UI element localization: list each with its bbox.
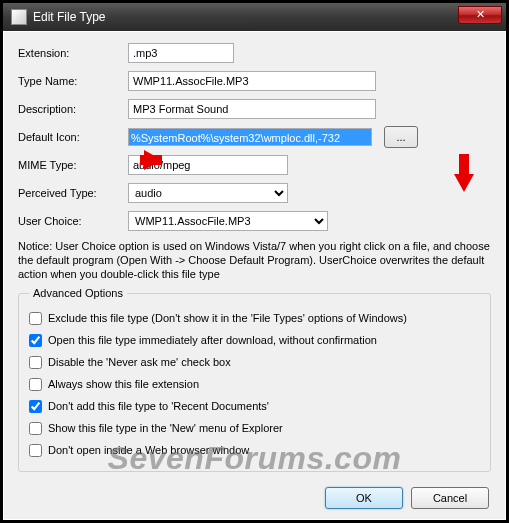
opt-open-after-download-checkbox[interactable] xyxy=(29,334,42,347)
dialog-content: Extension: Type Name: Description: Defau… xyxy=(3,31,506,520)
opt-show-in-new-menu-label: Show this file type in the 'New' menu of… xyxy=(48,422,283,434)
browse-icon-button[interactable]: ... xyxy=(384,126,418,148)
advanced-options-group: Advanced Options Exclude this file type … xyxy=(18,287,491,472)
list-item: Show this file type in the 'New' menu of… xyxy=(29,419,480,437)
list-item: Disable the 'Never ask me' check box xyxy=(29,353,480,371)
close-button[interactable]: ✕ xyxy=(458,6,502,24)
cancel-button[interactable]: Cancel xyxy=(411,487,489,509)
description-label: Description: xyxy=(18,103,128,115)
mimetype-input[interactable] xyxy=(128,155,288,175)
opt-no-browser-window-checkbox[interactable] xyxy=(29,444,42,457)
perceivedtype-select[interactable]: audio xyxy=(128,183,288,203)
mimetype-label: MIME Type: xyxy=(18,159,128,171)
opt-no-recent-docs-checkbox[interactable] xyxy=(29,400,42,413)
userchoice-label: User Choice: xyxy=(18,215,128,227)
list-item: Exclude this file type (Don't show it in… xyxy=(29,309,480,327)
extension-label: Extension: xyxy=(18,47,128,59)
titlebar: Edit File Type ✕ xyxy=(3,3,506,31)
notice-text: Notice: User Choice option is used on Wi… xyxy=(18,240,491,281)
window-title: Edit File Type xyxy=(33,10,105,24)
advanced-legend: Advanced Options xyxy=(29,287,127,299)
opt-no-recent-docs-label: Don't add this file type to 'Recent Docu… xyxy=(48,400,269,412)
typename-input[interactable] xyxy=(128,71,376,91)
perceivedtype-label: Perceived Type: xyxy=(18,187,128,199)
list-item: Always show this file extension xyxy=(29,375,480,393)
list-item: Don't open inside a Web browser window xyxy=(29,441,480,459)
opt-disable-never-ask-checkbox[interactable] xyxy=(29,356,42,369)
list-item: Don't add this file type to 'Recent Docu… xyxy=(29,397,480,415)
app-icon xyxy=(11,9,27,25)
opt-open-after-download-label: Open this file type immediately after do… xyxy=(48,334,377,346)
defaulticon-label: Default Icon: xyxy=(18,131,128,143)
list-item: Open this file type immediately after do… xyxy=(29,331,480,349)
opt-disable-never-ask-label: Disable the 'Never ask me' check box xyxy=(48,356,231,368)
opt-exclude-label: Exclude this file type (Don't show it in… xyxy=(48,312,407,324)
description-input[interactable] xyxy=(128,99,376,119)
opt-exclude-checkbox[interactable] xyxy=(29,312,42,325)
defaulticon-input[interactable]: %SystemRoot%\system32\wmploc.dll,-732 xyxy=(128,128,372,146)
userchoice-select[interactable]: WMP11.AssocFile.MP3 xyxy=(128,211,328,231)
typename-label: Type Name: xyxy=(18,75,128,87)
extension-input[interactable] xyxy=(128,43,234,63)
opt-always-show-ext-checkbox[interactable] xyxy=(29,378,42,391)
opt-no-browser-window-label: Don't open inside a Web browser window xyxy=(48,444,249,456)
dialog-button-bar: OK Cancel xyxy=(325,487,489,509)
opt-show-in-new-menu-checkbox[interactable] xyxy=(29,422,42,435)
opt-always-show-ext-label: Always show this file extension xyxy=(48,378,199,390)
close-icon: ✕ xyxy=(476,8,485,20)
ok-button[interactable]: OK xyxy=(325,487,403,509)
